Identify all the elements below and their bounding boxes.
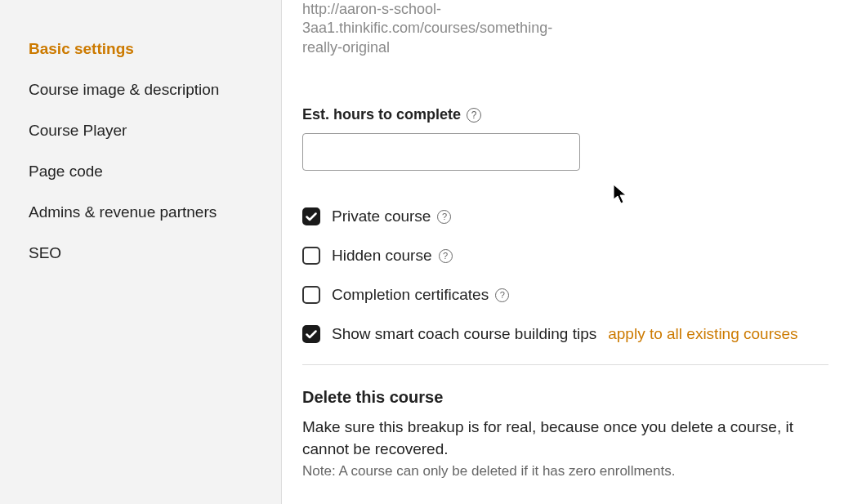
private-course-row: Private course ? [302,207,828,225]
check-icon [306,212,317,221]
mouse-cursor [613,184,627,205]
check-icon [306,330,317,339]
hidden-course-row: Hidden course ? [302,247,828,265]
completion-certificates-row: Completion certificates ? [302,286,828,304]
apply-all-link[interactable]: apply to all existing courses [608,325,797,343]
sidebar-item-seo[interactable]: SEO [29,233,261,274]
delete-section: Delete this course Make sure this breaku… [302,388,828,504]
est-hours-label: Est. hours to complete [302,106,461,123]
delete-description: Make sure this breakup is for real, beca… [302,417,825,460]
help-icon[interactable]: ? [437,210,451,224]
sidebar-item-page-code[interactable]: Page code [29,151,261,192]
private-course-checkbox[interactable] [302,207,320,225]
private-course-text: Private course [332,207,431,225]
hidden-course-checkbox[interactable] [302,247,320,265]
section-divider [302,364,828,365]
delete-note: Note: A course can only be deleted if it… [302,463,828,479]
sidebar-item-course-image-description[interactable]: Course image & description [29,69,261,110]
private-course-label: Private course ? [332,207,451,225]
est-hours-input[interactable] [302,133,580,171]
help-icon[interactable]: ? [495,288,509,302]
course-url: http://aaron-s-school-3aa1.thinkific.com… [302,0,572,57]
main-panel: http://aaron-s-school-3aa1.thinkific.com… [282,0,853,504]
delete-title: Delete this course [302,388,828,407]
smart-coach-label: Show smart coach course building tips [332,325,596,343]
help-icon[interactable]: ? [439,249,453,263]
sidebar-item-course-player[interactable]: Course Player [29,110,261,151]
hidden-course-text: Hidden course [332,247,432,265]
help-icon[interactable]: ? [467,108,481,123]
completion-certificates-text: Completion certificates [332,286,489,304]
sidebar-item-basic-settings[interactable]: Basic settings [29,29,261,69]
smart-coach-text: Show smart coach course building tips [332,325,596,343]
settings-sidebar: Basic settings Course image & descriptio… [0,0,282,504]
est-hours-label-row: Est. hours to complete ? [302,106,828,123]
course-options: Private course ? Hidden course ? Complet… [302,207,828,343]
smart-coach-row: Show smart coach course building tips ap… [302,325,828,343]
completion-certificates-checkbox[interactable] [302,286,320,304]
hidden-course-label: Hidden course ? [332,247,453,265]
sidebar-item-admins-revenue-partners[interactable]: Admins & revenue partners [29,192,261,233]
est-hours-field: Est. hours to complete ? [302,106,828,171]
smart-coach-checkbox[interactable] [302,325,320,343]
completion-certificates-label: Completion certificates ? [332,286,509,304]
